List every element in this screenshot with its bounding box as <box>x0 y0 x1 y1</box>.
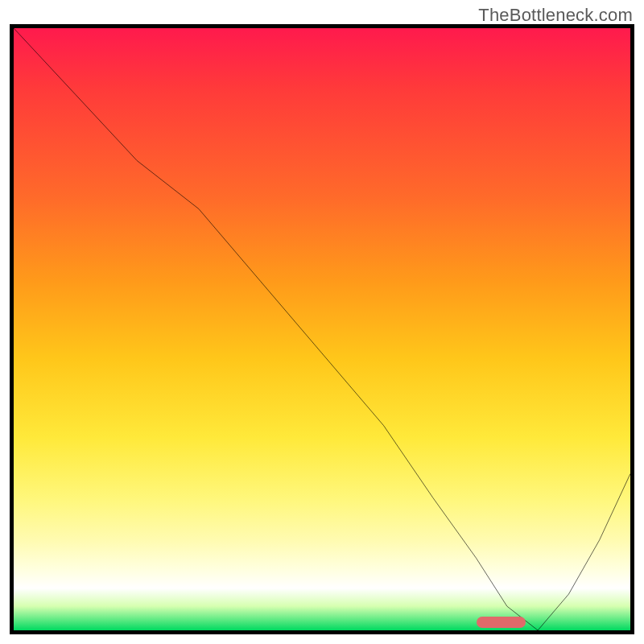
bottleneck-curve <box>14 28 630 630</box>
chart-frame <box>10 24 634 634</box>
watermark-text: TheBottleneck.com <box>478 5 633 26</box>
optimum-marker <box>477 617 526 628</box>
